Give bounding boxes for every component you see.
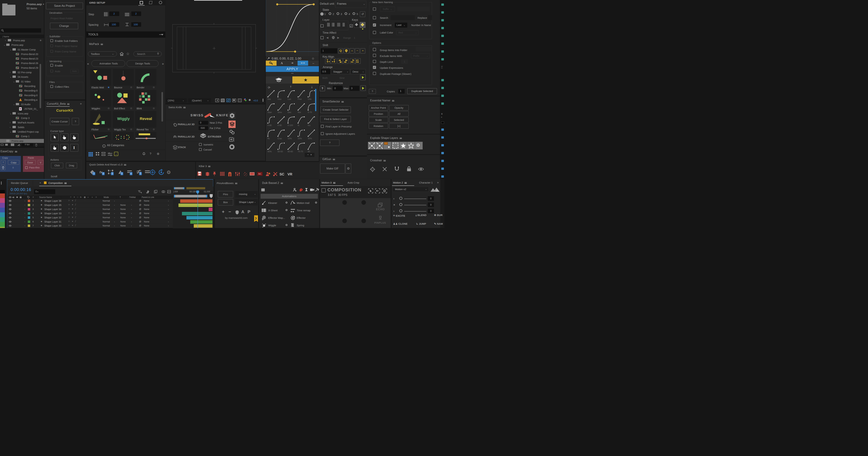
svg-text:0: 0 (384, 190, 385, 192)
